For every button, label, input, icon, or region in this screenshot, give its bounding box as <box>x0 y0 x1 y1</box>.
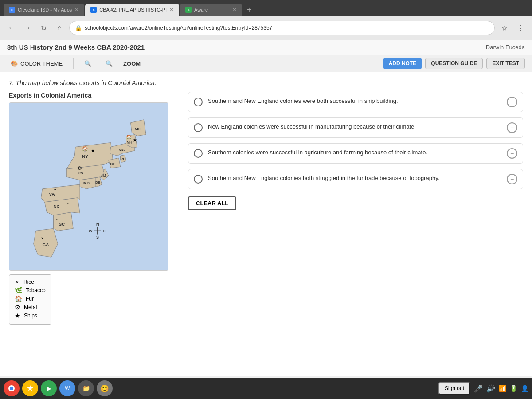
legend-tobacco-label: Tobacco <box>26 287 46 293</box>
reload-button[interactable]: ↻ <box>37 22 50 34</box>
legend-tobacco: 🌿 Tobacco <box>15 287 46 294</box>
question-label: 7. The map below shows exports in Coloni… <box>9 79 523 86</box>
app-container: 8th US History 2nd 9 Weeks CBA 2020-2021… <box>0 40 532 399</box>
eliminate-d[interactable]: − <box>507 174 517 184</box>
address-bar[interactable]: 🔒 schoolobjects.com/aware2/onlineTesting… <box>69 21 495 35</box>
svg-text:NH: NH <box>127 140 133 145</box>
nav-bar: ← → ↻ ⌂ 🔒 schoolobjects.com/aware2/onlin… <box>0 16 532 40</box>
zoom-in-icon: 🔍 <box>106 60 113 67</box>
tab-aware[interactable]: A Aware ✕ <box>180 4 242 16</box>
tab-label-cleveland: Cleveland ISD - My Apps <box>18 7 72 12</box>
eliminate-c[interactable]: − <box>507 148 517 159</box>
taskbar-wifi-icon: 📶 <box>499 385 506 392</box>
svg-text:W: W <box>89 229 93 233</box>
home-button[interactable]: ⌂ <box>53 22 66 34</box>
radio-a[interactable] <box>194 98 203 106</box>
back-button[interactable]: ← <box>5 22 18 34</box>
question-number: 7. <box>9 79 14 86</box>
tab-label-cba: CBA #2: PRE AP US HISTO-PI <box>99 7 167 12</box>
tab-close-cleveland[interactable]: ✕ <box>74 7 79 13</box>
toolbar-sep-1 <box>73 58 74 69</box>
answer-choice-c[interactable]: Southern colonies were successful in agr… <box>188 143 523 164</box>
tab-favicon-aware: A <box>185 7 192 13</box>
toolbar: 🎨 COLOR THEME 🔍 🔍 ZOOM ADD NOTE QUESTION… <box>0 55 532 72</box>
answer-text-b: New England colonies were successful in … <box>208 122 501 131</box>
legend-ships-label: Ships <box>24 313 37 319</box>
legend-rice-label: Rice <box>23 279 34 285</box>
color-theme-button[interactable]: 🎨 COLOR THEME <box>7 59 66 69</box>
taskbar-docs-icon[interactable]: W <box>59 380 75 396</box>
taskbar-chrome-icon[interactable] <box>4 380 20 396</box>
toolbar-right: ADD NOTE QUESTION GUIDE EXIT TEST <box>383 58 525 69</box>
tab-close-cba[interactable]: ✕ <box>169 7 174 13</box>
main-content: 7. The map below shows exports in Coloni… <box>0 72 532 376</box>
svg-text:⚬: ⚬ <box>40 235 44 240</box>
zoom-label: ZOOM <box>123 60 141 67</box>
exit-test-button[interactable]: EXIT TEST <box>486 58 525 69</box>
answer-choice-b[interactable]: New England colonies were successful in … <box>188 117 523 138</box>
taskbar-right: Sign out 🎤 🔊 📶 🔋 👤 <box>438 382 528 395</box>
taskbar-face-icon[interactable]: 😊 <box>97 380 113 396</box>
app-header: 8th US History 2nd 9 Weeks CBA 2020-2021… <box>0 40 532 55</box>
fur-icon: 🏠 <box>15 295 22 302</box>
question-guide-button[interactable]: QUESTION GUIDE <box>425 58 483 69</box>
metal-icon: ⚙ <box>15 304 20 311</box>
svg-text:E: E <box>103 229 106 233</box>
colonial-map: GA SC NC VA MD <box>9 103 168 270</box>
legend-ships: ★ Ships <box>15 312 46 319</box>
tab-label-aware: Aware <box>194 7 208 12</box>
legend-rice: ⚬ Rice <box>15 278 46 286</box>
svg-text:MA: MA <box>119 148 125 152</box>
zoom-out-icon: 🔍 <box>84 60 91 67</box>
taskbar-star-icon[interactable]: ★ <box>22 380 38 396</box>
menu-button[interactable]: ⋮ <box>514 22 527 34</box>
taskbar-mic-icon[interactable]: 🎤 <box>474 384 483 393</box>
app-title: 8th US History 2nd 9 Weeks CBA 2020-2021 <box>7 43 145 51</box>
radio-d[interactable] <box>194 175 203 184</box>
tab-cba[interactable]: A CBA #2: PRE AP US HISTO-PI ✕ <box>85 4 179 16</box>
taskbar-battery-icon: 🔋 <box>510 385 517 392</box>
zoom-out-button[interactable]: 🔍 <box>81 59 95 69</box>
forward-button[interactable]: → <box>21 22 34 34</box>
clear-all-button[interactable]: CLEAR ALL <box>188 196 236 210</box>
taskbar-files-icon[interactable]: 📁 <box>78 380 94 396</box>
taskbar-user-icon[interactable]: 👤 <box>521 385 528 392</box>
taskbar-app-icon[interactable]: ▶ <box>41 380 57 396</box>
answer-choice-d[interactable]: Southern and New England colonies both s… <box>188 169 523 189</box>
tab-cleveland[interactable]: C Cleveland ISD - My Apps ✕ <box>4 4 84 16</box>
svg-text:NC: NC <box>53 204 59 209</box>
taskbar-volume-icon[interactable]: 🔊 <box>486 384 495 393</box>
svg-text:🏠: 🏠 <box>126 134 132 140</box>
sign-out-button[interactable]: Sign out <box>438 382 470 395</box>
answer-choice-a[interactable]: Southern and New England colonies were b… <box>188 92 523 112</box>
svg-text:DE: DE <box>95 180 100 184</box>
map-area: Exports in Colonial America GA SC <box>9 92 177 368</box>
answer-text-c: Southern colonies were successful in agr… <box>208 148 501 157</box>
zoom-in-button[interactable]: 🔍 <box>102 59 116 69</box>
rice-icon: ⚬ <box>15 278 20 286</box>
question-text: The map below shows exports in Colonial … <box>16 79 156 86</box>
bookmark-button[interactable]: ☆ <box>498 22 511 34</box>
answers-area: Southern and New England colonies were b… <box>188 92 523 368</box>
tobacco-icon: 🌿 <box>15 287 22 294</box>
svg-text:ME: ME <box>134 126 141 131</box>
svg-text:SC: SC <box>59 222 65 227</box>
tab-favicon-cba: A <box>90 7 97 13</box>
radio-b[interactable] <box>194 123 203 132</box>
eliminate-a[interactable]: − <box>507 97 517 107</box>
svg-text:CT: CT <box>110 162 115 166</box>
svg-text:VA: VA <box>49 192 55 196</box>
new-tab-button[interactable]: + <box>243 4 255 16</box>
radio-c[interactable] <box>194 149 203 158</box>
add-note-button[interactable]: ADD NOTE <box>383 58 422 69</box>
map-legend: ⚬ Rice 🌿 Tobacco 🏠 Fur ⚙ Metal <box>9 274 51 325</box>
user-name: Darwin Euceda <box>486 44 525 51</box>
legend-fur-label: Fur <box>26 296 34 302</box>
eliminate-b[interactable]: − <box>507 122 517 133</box>
tab-close-aware[interactable]: ✕ <box>232 7 237 13</box>
palette-icon: 🎨 <box>11 60 18 67</box>
svg-text:⚙: ⚙ <box>78 165 82 171</box>
taskbar: ★ ▶ W 📁 😊 Sign out 🎤 🔊 📶 🔋 👤 <box>0 378 532 399</box>
svg-text:S: S <box>96 235 99 239</box>
answer-text-d: Southern and New England colonies both s… <box>208 174 501 183</box>
